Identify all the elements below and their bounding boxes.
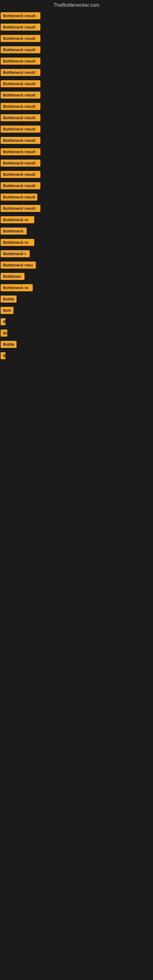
list-item[interactable]: Bottleneck result	[1, 181, 152, 191]
bottleneck-label: Bottleneck result	[1, 182, 40, 189]
list-item[interactable]: Bottle	[1, 340, 152, 350]
bottleneck-label: Bottleneck result	[1, 171, 40, 178]
list-item[interactable]: Bottleneck resu	[1, 261, 152, 270]
bottleneck-label: Bottle	[1, 341, 16, 348]
list-item[interactable]: Bottleneck re	[1, 216, 152, 225]
list-item[interactable]: Bott	[1, 306, 152, 316]
bottleneck-label: Bottleneck result	[1, 35, 40, 42]
list-item[interactable]: B	[1, 352, 152, 361]
bottleneck-label: Bottle	[1, 296, 16, 302]
bottleneck-label: Bottleneck result	[1, 194, 37, 200]
bottleneck-label: Bottleneck result	[1, 57, 40, 65]
bottleneck-label: Bottleneck re	[1, 216, 34, 223]
bottleneck-label: Bottleneck result	[1, 126, 40, 133]
list-item[interactable]: Bottleneck result	[1, 68, 152, 78]
list-item[interactable]: Bottleneck result	[1, 125, 152, 134]
bottleneck-label: B	[1, 352, 5, 359]
bottleneck-label: Bottleneck result	[1, 103, 40, 110]
bottleneck-label: Bottleneck r	[1, 250, 30, 257]
site-title: TheBottlenecker.com	[0, 0, 153, 10]
list-item[interactable]: Bottleneck result	[1, 46, 152, 55]
list-item[interactable]: Bottleneck result	[1, 23, 152, 32]
bottleneck-label: Bottleneck result	[1, 148, 40, 155]
bottleneck-label: Bottleneck re	[1, 239, 34, 246]
list-item[interactable]: Bottleneck re	[1, 283, 152, 293]
list-item[interactable]: Bottleneck result	[1, 91, 152, 100]
bottleneck-label: Bottlenec	[1, 273, 24, 280]
bottleneck-label: Bottleneck	[1, 228, 27, 235]
bottleneck-label: Bottleneck result	[1, 69, 40, 76]
bottleneck-label: B	[1, 318, 5, 325]
bottleneck-label: Bottleneck result	[1, 12, 40, 19]
bottleneck-label: Bottleneck result	[1, 137, 40, 144]
bottleneck-label: Bottleneck result	[1, 46, 40, 53]
list-item[interactable]: Bottleneck result	[1, 148, 152, 157]
bottleneck-label: Bott	[1, 307, 13, 314]
list-item[interactable]: Bottleneck result	[1, 170, 152, 180]
list-item[interactable]: Bottleneck result	[1, 12, 152, 21]
items-container: Bottleneck resultBottleneck resultBottle…	[0, 10, 153, 364]
bottleneck-label: Bottleneck result	[1, 80, 40, 87]
list-item[interactable]: Bottleneck result	[1, 57, 152, 67]
bottleneck-label: Bottleneck result	[1, 114, 40, 121]
bottleneck-label: Bottleneck result	[1, 159, 40, 167]
bottleneck-label: Bottleneck result	[1, 205, 40, 212]
list-item[interactable]: Bottleneck result	[1, 204, 152, 214]
list-item[interactable]: Bottleneck result	[1, 136, 152, 146]
list-item[interactable]: Bottleneck result	[1, 34, 152, 44]
bottleneck-label: Bottleneck result	[1, 92, 40, 99]
list-item[interactable]: Bottlenec	[1, 272, 152, 282]
bottleneck-label: Bottleneck re	[1, 284, 33, 291]
list-item[interactable]: Bottleneck result	[1, 114, 152, 123]
list-item[interactable]: Bottleneck re	[1, 238, 152, 248]
list-item[interactable]: Bo	[1, 329, 152, 339]
bottleneck-label: Bo	[1, 329, 7, 337]
bottleneck-label: Bottleneck result	[1, 24, 40, 30]
list-item[interactable]: Bottleneck result	[1, 193, 152, 202]
list-item[interactable]: Bottleneck	[1, 227, 152, 236]
bottleneck-label: Bottleneck resu	[1, 261, 36, 269]
list-item[interactable]: Bottle	[1, 295, 152, 304]
list-item[interactable]: B	[1, 318, 152, 327]
list-item[interactable]: Bottleneck result	[1, 159, 152, 169]
list-item[interactable]: Bottleneck r	[1, 250, 152, 259]
list-item[interactable]: Bottleneck result	[1, 80, 152, 89]
list-item[interactable]: Bottleneck result	[1, 102, 152, 112]
